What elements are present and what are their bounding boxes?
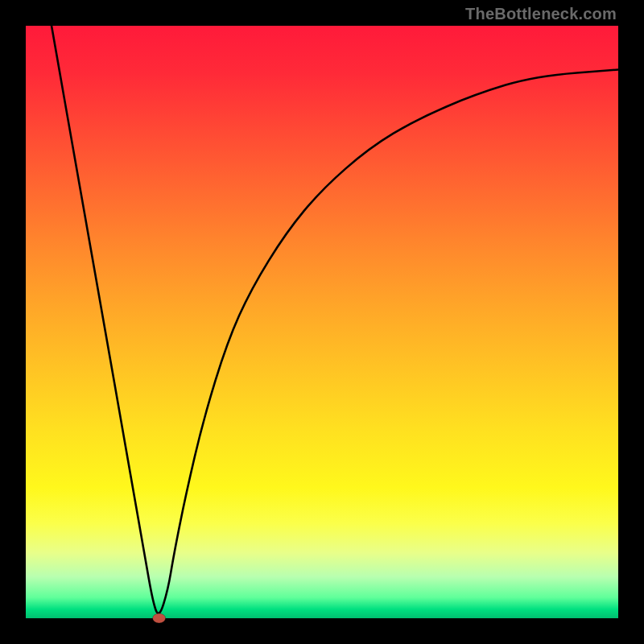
- chart-svg: [26, 26, 618, 618]
- watermark-text: TheBottleneck.com: [465, 5, 617, 23]
- bottleneck-curve-path: [52, 26, 618, 613]
- bottleneck-chart: TheBottleneck.com: [0, 0, 644, 644]
- plot-area: [26, 26, 618, 618]
- optimal-point-marker: [153, 613, 166, 623]
